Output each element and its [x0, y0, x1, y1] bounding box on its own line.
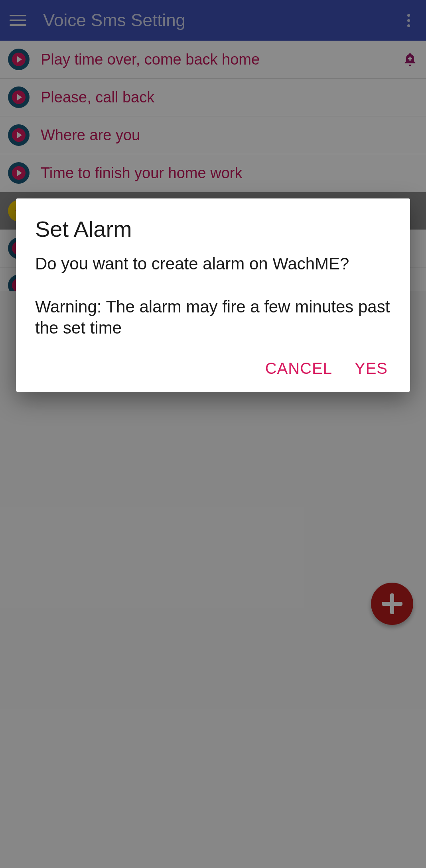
dialog-scrim[interactable]	[0, 0, 426, 868]
dialog-actions: CANCEL YES	[35, 356, 391, 381]
yes-button[interactable]: YES	[353, 356, 389, 381]
dialog-title: Set Alarm	[35, 216, 391, 242]
cancel-button[interactable]: CANCEL	[264, 356, 334, 381]
dialog-body: Do you want to create alarm on WachME? W…	[35, 253, 391, 339]
set-alarm-dialog: Set Alarm Do you want to create alarm on…	[16, 198, 410, 392]
